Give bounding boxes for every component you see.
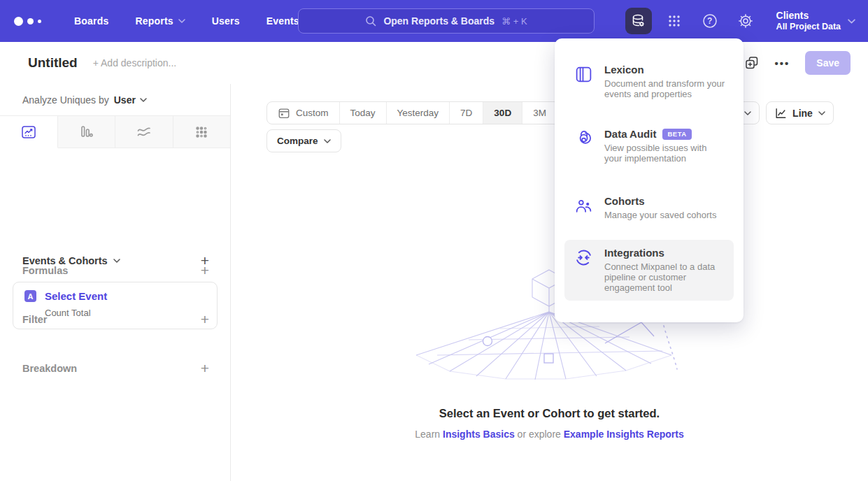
empty-learn-text: Learn (415, 429, 440, 440)
settings-button[interactable] (732, 8, 759, 34)
example-reports-link[interactable]: Example Insights Reports (564, 429, 684, 440)
help-glyph: ? (707, 16, 712, 26)
nav-events[interactable]: Events (266, 15, 299, 27)
lexicon-title: Lexicon (604, 64, 727, 76)
global-search[interactable]: Open Reports & Boards ⌘ + K (298, 8, 595, 34)
compare-button[interactable]: Compare (266, 129, 341, 152)
menu-item-integrations[interactable]: Integrations Connect Mixpanel to a data … (564, 240, 734, 301)
cohorts-description: Manage your saved cohorts (604, 210, 716, 220)
logo-dot (14, 17, 23, 26)
more-options-button[interactable]: ••• (775, 57, 790, 69)
add-filter-button[interactable]: + (201, 313, 209, 326)
menu-item-data-audit[interactable]: Data Audit BETA View possible issues wit… (564, 121, 734, 171)
range-today[interactable]: Today (340, 102, 387, 124)
chevron-down-icon (324, 139, 331, 143)
report-title[interactable]: Untitled (28, 55, 78, 71)
project-scope: All Project Data (776, 22, 841, 32)
project-switcher[interactable]: Clients All Project Data (776, 10, 855, 32)
save-button[interactable]: Save (805, 51, 851, 75)
formulas-row: Formulas + (22, 264, 209, 278)
empty-explore-text: or explore (518, 429, 561, 440)
range-30d[interactable]: 30D (483, 102, 522, 124)
chevron-down-icon (113, 259, 120, 263)
chevron-down-icon (848, 19, 855, 24)
analyze-by-selector[interactable]: User (114, 94, 147, 106)
range-yesterday[interactable]: Yesterday (387, 102, 450, 124)
chevron-down-icon (744, 111, 751, 115)
query-sidebar: Analyze Uniques by User (0, 84, 231, 481)
menu-item-lexicon[interactable]: Lexicon Document and transform your even… (564, 57, 734, 106)
tab-line-chart[interactable] (0, 116, 58, 148)
apps-grid-button[interactable] (661, 8, 688, 34)
lexicon-description: Document and transform your events and p… (604, 78, 727, 99)
chevron-down-icon (140, 98, 147, 102)
cohorts-title: Cohorts (604, 195, 716, 207)
help-button[interactable]: ? (697, 8, 723, 34)
gear-icon (737, 13, 754, 29)
logo-dot (38, 20, 41, 23)
tab-bar-chart[interactable] (58, 116, 116, 148)
integrations-title: Integrations (604, 247, 727, 259)
range-30d-label: 30D (494, 108, 511, 118)
range-3m[interactable]: 3M (522, 102, 557, 124)
stacked-chart-icon (136, 124, 152, 141)
mixpanel-logo[interactable] (14, 17, 41, 26)
select-event-button[interactable]: Select Event (45, 290, 107, 302)
range-7d[interactable]: 7D (450, 102, 483, 124)
range-custom[interactable]: Custom (267, 102, 340, 124)
range-7d-label: 7D (460, 108, 472, 118)
data-audit-title: Data Audit (604, 128, 656, 140)
empty-state-title: Select an Event or Cohort to get started… (231, 407, 868, 420)
beta-badge: BETA (662, 129, 691, 140)
nav-users[interactable]: Users (212, 15, 240, 27)
compare-label: Compare (277, 136, 318, 146)
data-audit-icon (574, 129, 593, 148)
top-navbar: Boards Reports Users Events Open Reports… (0, 0, 868, 42)
date-range-control: Custom Today Yesterday 7D 30D 3M 6M (266, 101, 592, 124)
database-gear-icon (630, 13, 647, 29)
metrics-grid-icon (193, 124, 210, 141)
search-shortcut: ⌘ + K (501, 16, 527, 27)
breakdown-label: Breakdown (22, 363, 77, 374)
data-audit-description: View possible issues with your implement… (604, 143, 727, 164)
integrations-icon (574, 248, 593, 267)
add-description[interactable]: + Add description... (93, 57, 176, 69)
empty-state-subtitle: Learn Insights Basics or explore Example… (231, 429, 868, 440)
chart-type-dropdown[interactable]: Line (766, 101, 834, 124)
chevron-down-icon (818, 111, 825, 115)
analyze-value: User (114, 94, 136, 106)
analyze-label: Analyze Uniques by (22, 94, 109, 106)
formulas-label: Formulas (22, 265, 68, 276)
chart-type-label: Line (792, 108, 813, 119)
chevron-down-icon (178, 19, 185, 23)
add-formula-button[interactable]: + (201, 264, 209, 278)
nav-users-label: Users (212, 15, 240, 27)
line-chart-icon (774, 107, 787, 120)
menu-item-cohorts[interactable]: Cohorts Manage your saved cohorts (564, 188, 734, 227)
event-letter-badge: A (24, 290, 36, 302)
nav-events-label: Events (266, 15, 299, 27)
insights-basics-link[interactable]: Insights Basics (443, 429, 515, 440)
tab-metrics-grid[interactable] (173, 116, 231, 148)
project-name: Clients (776, 10, 841, 22)
range-3m-label: 3M (533, 108, 546, 118)
logo-dot (27, 18, 34, 24)
nav-boards[interactable]: Boards (74, 15, 108, 27)
duplicate-icon[interactable] (744, 55, 760, 71)
cohorts-icon (574, 196, 593, 215)
breakdown-row: Breakdown + (22, 361, 209, 375)
chart-type-tabbar (0, 116, 230, 148)
calendar-icon (278, 107, 290, 120)
range-custom-label: Custom (296, 108, 329, 118)
nav-reports[interactable]: Reports (135, 15, 185, 27)
add-breakdown-button[interactable]: + (201, 361, 209, 375)
nav-reports-label: Reports (135, 15, 173, 27)
filter-label: Filter (22, 314, 47, 325)
range-yesterday-label: Yesterday (397, 108, 439, 118)
search-placeholder: Open Reports & Boards (383, 15, 495, 27)
analyze-row: Analyze Uniques by User (0, 84, 230, 116)
range-today-label: Today (350, 108, 376, 118)
tab-stacked-chart[interactable] (115, 116, 173, 148)
integrations-description: Connect Mixpanel to a data pipeline or c… (604, 261, 727, 294)
data-management-button[interactable] (625, 8, 652, 34)
